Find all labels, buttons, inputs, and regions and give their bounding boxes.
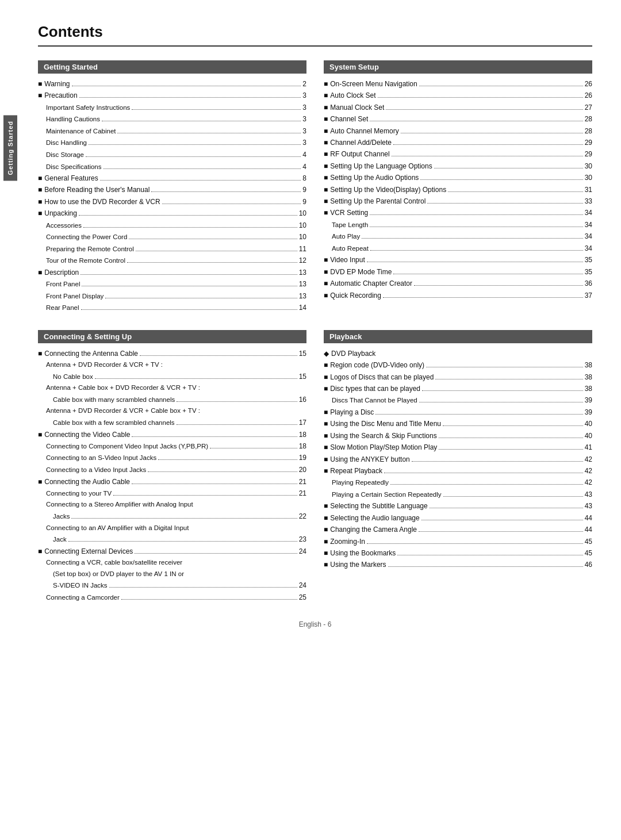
toc-item: ◆DVD Playback	[324, 348, 592, 359]
toc-page: 41	[585, 442, 592, 453]
toc-item: ■Using the Bookmarks45	[324, 547, 592, 559]
toc-label: Antenna + DVD Recorder & VCR + TV :	[46, 359, 306, 371]
toc-text: Description	[44, 267, 79, 278]
toc-text: Jack	[53, 534, 67, 546]
toc-text: Important Safety Instructions	[46, 102, 130, 114]
toc-item: ■RF Output Channel29	[324, 148, 592, 160]
toc-bullet: ■	[324, 454, 328, 465]
toc-bullet: ■	[324, 160, 328, 172]
toc-item: ■Region code (DVD-Video only)38	[324, 359, 592, 371]
toc-label: Jack23	[53, 534, 306, 546]
toc-text: Using the Search & Skip Functions	[330, 430, 436, 442]
getting-started-header: Getting Started	[38, 60, 306, 74]
getting-started-section: Getting Started ■Warning2■Precaution3Imp…	[38, 60, 306, 314]
toc-text: Changing the Camera Angle	[330, 524, 417, 535]
toc-page: 3	[302, 102, 306, 113]
toc-label: ■Zooming-In45	[324, 536, 592, 547]
toc-dots	[100, 180, 301, 181]
toc-page: 29	[585, 148, 592, 160]
toc-text: How to use the DVD Recorder & VCR	[44, 196, 160, 208]
toc-label: ■Connecting the Audio Cable21	[38, 476, 306, 488]
toc-item: Handling Cautions3	[38, 113, 306, 125]
playback-list: ◆DVD Playback■Region code (DVD-Video onl…	[324, 348, 592, 571]
toc-label: Connecting to a Video Input Jacks20	[46, 464, 306, 476]
page-title: Contents	[38, 23, 592, 47]
toc-text: Precaution	[44, 90, 77, 101]
toc-page: 28	[585, 113, 592, 125]
toc-item: ■Using the ANYKEY button42	[324, 454, 592, 465]
toc-bullet: ■	[324, 137, 328, 148]
toc-dots	[105, 298, 297, 298]
toc-item: ■Setting Up the Video(Display) Options31	[324, 184, 592, 195]
toc-text: S-VIDEO IN Jacks	[53, 580, 108, 592]
toc-label: Cable box with a few scrambled channels1…	[53, 417, 306, 429]
toc-label: ■Logos of Discs that can be played38	[324, 371, 592, 383]
toc-bullet: ■	[324, 536, 328, 547]
toc-page: 13	[299, 278, 306, 290]
toc-text: Antenna + Cable box + DVD Recorder & VCR…	[46, 382, 200, 394]
system-setup-header: System Setup	[324, 60, 592, 74]
toc-text: Tape Length	[332, 220, 368, 231]
toc-page: 4	[302, 149, 306, 160]
connecting-list: ■Connecting the Antenna Cable15Antenna +…	[38, 348, 306, 603]
toc-item: ■Automatic Chapter Creator36	[324, 278, 592, 289]
toc-text: Connecting the Antenna Cable	[44, 348, 138, 359]
toc-text: Logos of Discs that can be played	[330, 371, 434, 383]
toc-label: Connecting to your TV21	[46, 488, 306, 500]
toc-page: 16	[299, 394, 306, 405]
toc-label: Handling Cautions3	[46, 113, 306, 125]
toc-dots	[378, 97, 583, 98]
toc-label: ■Region code (DVD-Video only)38	[324, 359, 592, 371]
toc-dots	[177, 424, 297, 425]
connecting-section: Connecting & Setting Up ■Connecting the …	[38, 330, 306, 603]
toc-dots	[127, 262, 297, 263]
toc-page: 9	[302, 196, 306, 208]
toc-label: Preparing the Remote Control11	[46, 243, 306, 255]
toc-page: 31	[585, 184, 592, 195]
toc-label: Tape Length34	[332, 219, 592, 231]
toc-dots	[430, 508, 583, 508]
toc-item: ■Using the Search & Skip Functions40	[324, 430, 592, 442]
toc-page: 8	[302, 172, 306, 184]
toc-dots	[427, 203, 582, 204]
toc-item: ■Selecting the Subtitle Language43	[324, 500, 592, 512]
toc-page: 34	[585, 219, 592, 231]
toc-bullet: ■	[324, 371, 328, 383]
system-setup-list: ■On-Screen Menu Navigation26■Auto Clock …	[324, 78, 592, 301]
toc-dots	[79, 97, 301, 98]
toc-label: (Set top box) or DVD player to the AV 1 …	[53, 569, 306, 580]
toc-dots	[435, 379, 582, 379]
toc-dots	[448, 191, 583, 192]
toc-text: Handling Cautions	[46, 114, 100, 125]
toc-label: ■Changing the Camera Angle44	[324, 524, 592, 535]
toc-label: Connecting the Power Cord10	[46, 231, 306, 243]
toc-page: 39	[585, 394, 592, 406]
toc-item: ■Before Reading the User's Manual9	[38, 184, 306, 195]
toc-label: Antenna + Cable box + DVD Recorder & VCR…	[46, 382, 306, 394]
toc-page: 42	[585, 465, 592, 477]
toc-item: Connecting the Power Cord10	[38, 231, 306, 243]
toc-text: Video Input	[330, 254, 365, 266]
toc-item: (Set top box) or DVD player to the AV 1 …	[38, 569, 306, 580]
toc-item: Antenna + Cable box + DVD Recorder & VCR…	[38, 382, 306, 394]
toc-dots	[434, 168, 583, 168]
toc-label: ■Playing a Disc39	[324, 406, 592, 418]
toc-page: 44	[585, 524, 592, 535]
toc-bullet: ■	[324, 195, 328, 207]
toc-page: 10	[299, 208, 306, 219]
toc-page: 36	[585, 278, 592, 289]
toc-bullet: ■	[38, 196, 42, 208]
toc-dots	[158, 459, 297, 460]
toc-label: ■Channel Set28	[324, 113, 592, 125]
toc-page: 13	[299, 290, 306, 302]
toc-label: ◆DVD Playback	[324, 348, 592, 359]
toc-dots	[390, 484, 583, 485]
toc-dots	[421, 520, 583, 520]
toc-text: (Set top box) or DVD player to the AV 1 …	[53, 569, 184, 580]
toc-item: ■Slow Motion Play/Step Motion Play41	[324, 442, 592, 453]
toc-bullet: ■	[324, 184, 328, 195]
toc-text: Connecting to your TV	[46, 488, 112, 500]
toc-item: Antenna + DVD Recorder & VCR + Cable box…	[38, 405, 306, 417]
toc-dots	[79, 215, 297, 216]
toc-label: ■Setting Up the Video(Display) Options31	[324, 184, 592, 195]
